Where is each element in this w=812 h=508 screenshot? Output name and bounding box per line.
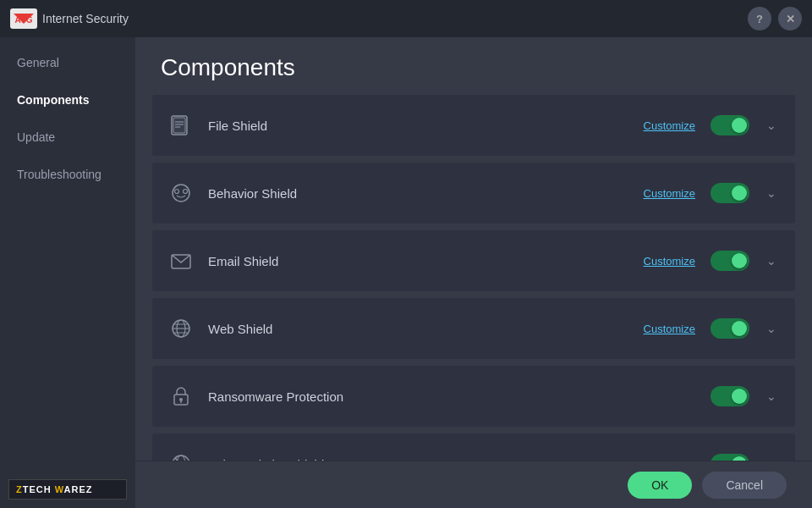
watermark-w: W bbox=[55, 484, 64, 494]
content-area: Components File Shield Customize bbox=[135, 37, 812, 508]
components-list: File Shield Customize ⌄ bbox=[135, 95, 812, 461]
behavior-shield-toggle[interactable] bbox=[710, 183, 749, 203]
page-title: Components bbox=[135, 37, 812, 95]
watermark-tech: TECH bbox=[23, 484, 55, 494]
close-button[interactable]: ✕ bbox=[778, 7, 802, 30]
help-button[interactable]: ? bbox=[748, 7, 771, 30]
file-shield-name: File Shield bbox=[208, 119, 644, 133]
component-row-behavior-shield: Behavior Shield Customize ⌄ bbox=[152, 163, 795, 224]
file-shield-customize[interactable]: Customize bbox=[644, 119, 695, 132]
ransomware-protection-toggle[interactable] bbox=[710, 386, 749, 406]
file-shield-icon bbox=[166, 110, 196, 141]
web-shield-chevron[interactable]: ⌄ bbox=[761, 318, 782, 339]
title-bar: AVG Internet Security ? ✕ bbox=[0, 0, 812, 37]
behavior-shield-name: Behavior Shield bbox=[208, 186, 644, 201]
footer: OK Cancel bbox=[135, 461, 812, 508]
email-shield-name: Email Shield bbox=[208, 254, 644, 268]
file-shield-toggle[interactable] bbox=[710, 115, 749, 135]
watermark-arez: AREZ bbox=[64, 484, 93, 494]
behavior-shield-icon bbox=[166, 178, 196, 208]
svg-line-11 bbox=[174, 186, 176, 188]
email-shield-chevron[interactable]: ⌄ bbox=[761, 251, 782, 271]
email-shield-customize[interactable]: Customize bbox=[644, 255, 695, 268]
avg-logo-icon: AVG bbox=[10, 8, 37, 29]
fake-website-shield-icon bbox=[166, 449, 196, 461]
svg-point-10 bbox=[184, 190, 188, 194]
web-shield-toggle[interactable] bbox=[710, 318, 749, 339]
email-shield-icon bbox=[166, 246, 196, 276]
component-row-ransomware: Ransomware Protection ⌄ bbox=[152, 366, 795, 427]
behavior-shield-customize[interactable]: Customize bbox=[644, 187, 695, 200]
sidebar: General Components Update Troubleshootin… bbox=[0, 37, 135, 508]
watermark: ZTECH WAREZ bbox=[0, 471, 135, 508]
ransomware-protection-name: Ransomware Protection bbox=[208, 389, 710, 404]
component-row-web-shield: Web Shield Customize ⌄ bbox=[152, 298, 795, 359]
ransomware-protection-icon bbox=[166, 381, 196, 411]
window-controls: ? ✕ bbox=[748, 7, 802, 30]
svg-point-20 bbox=[179, 398, 183, 401]
watermark-z: Z bbox=[16, 484, 23, 494]
ransomware-protection-chevron[interactable]: ⌄ bbox=[761, 386, 782, 406]
component-row-email-shield: Email Shield Customize ⌄ bbox=[152, 230, 795, 291]
svg-point-9 bbox=[175, 190, 179, 194]
app-name: Internet Security bbox=[42, 12, 129, 25]
sidebar-item-general[interactable]: General bbox=[0, 44, 135, 81]
web-shield-icon bbox=[166, 313, 196, 344]
ok-button[interactable]: OK bbox=[628, 472, 692, 499]
sidebar-item-troubleshooting[interactable]: Troubleshooting bbox=[0, 156, 135, 193]
fake-website-shield-toggle[interactable] bbox=[710, 454, 749, 461]
behavior-shield-chevron[interactable]: ⌄ bbox=[761, 183, 782, 203]
fake-website-shield-chevron[interactable]: ⌄ bbox=[761, 454, 782, 461]
email-shield-toggle[interactable] bbox=[710, 251, 749, 271]
web-shield-name: Web Shield bbox=[208, 322, 644, 336]
app-logo: AVG Internet Security bbox=[10, 8, 129, 29]
svg-rect-4 bbox=[173, 118, 185, 133]
fake-website-shield-name: Fake Website Shield bbox=[208, 457, 710, 461]
svg-text:AVG: AVG bbox=[15, 15, 33, 25]
sidebar-item-update[interactable]: Update bbox=[0, 119, 135, 156]
file-shield-chevron[interactable]: ⌄ bbox=[761, 115, 782, 135]
sidebar-item-components[interactable]: Components bbox=[0, 81, 135, 119]
cancel-button[interactable]: Cancel bbox=[702, 472, 787, 499]
svg-line-12 bbox=[186, 186, 188, 188]
web-shield-customize[interactable]: Customize bbox=[644, 323, 695, 335]
component-row-file-shield: File Shield Customize ⌄ bbox=[152, 95, 795, 156]
main-layout: General Components Update Troubleshootin… bbox=[0, 37, 812, 508]
component-row-fake-website-shield: Fake Website Shield ⌄ bbox=[152, 433, 795, 461]
